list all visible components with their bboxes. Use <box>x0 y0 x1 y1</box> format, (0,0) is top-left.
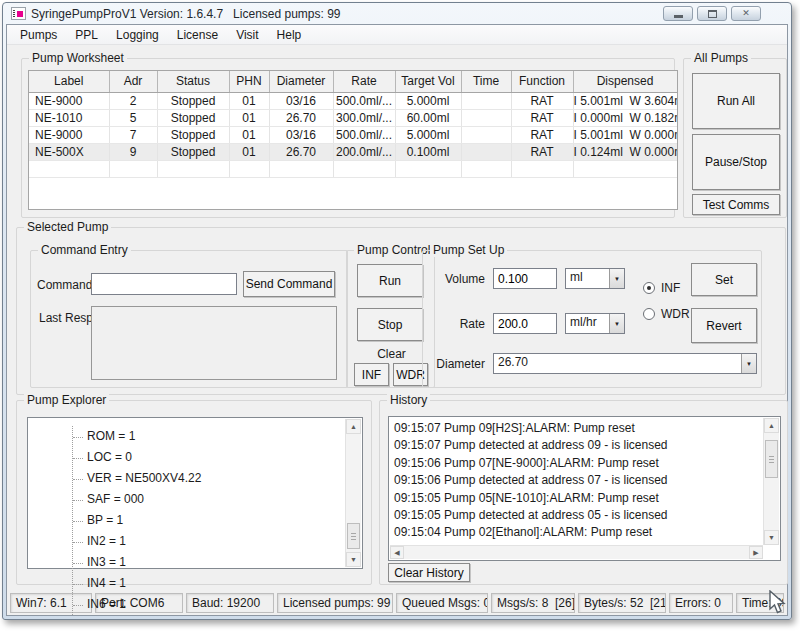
run-all-button[interactable]: Run All <box>692 73 780 129</box>
menu-item[interactable]: License <box>168 26 227 44</box>
scroll-down-icon[interactable]: ▼ <box>764 530 779 545</box>
send-command-button[interactable]: Send Command <box>243 271 335 297</box>
cell-rate: 500.0ml/... <box>333 92 395 109</box>
pause-stop-button[interactable]: Pause/Stop <box>692 134 780 190</box>
pump-explorer-label: Pump Explorer <box>24 393 109 407</box>
title-bar: SyringePumpProV1 Version: 1.6.4.7 Licens… <box>6 3 788 24</box>
table-row[interactable]: NE-500X 9 Stopped 01 26.70 200.0ml/... 0… <box>29 143 677 160</box>
scroll-right-icon[interactable]: ▶ <box>749 546 763 559</box>
tree-item[interactable]: IN6 = 1 <box>73 594 201 615</box>
column-header[interactable]: Rate <box>333 71 395 92</box>
inf-radio-label: INF <box>661 281 680 295</box>
pump-explorer-tree: ROM = 1LOC = 0VER = NE500XV4.22SAF = 000… <box>27 417 363 569</box>
menu-item[interactable]: Logging <box>107 26 168 44</box>
table-row[interactable]: NE-1010 5 Stopped 01 26.70 300.0ml/... 6… <box>29 109 677 126</box>
rate-input[interactable] <box>493 313 557 334</box>
dropdown-arrow-icon: ▼ <box>741 354 756 373</box>
cell-function: RAT <box>511 92 573 109</box>
column-header[interactable]: PHN <box>229 71 269 92</box>
menu-item[interactable]: Pumps <box>11 26 66 44</box>
dropdown-arrow-icon: ▼ <box>609 269 624 288</box>
volume-unit-select[interactable]: ml ▼ <box>565 268 625 289</box>
window-frame: PumpsPPLLoggingLicenseVisitHelp Pump Wor… <box>6 24 788 616</box>
rate-unit-select[interactable]: ml/hr ▼ <box>565 313 625 334</box>
volume-input[interactable] <box>493 268 557 289</box>
clear-inf-button[interactable]: INF <box>354 363 389 386</box>
column-header[interactable]: Status <box>157 71 229 92</box>
test-comms-button[interactable]: Test Comms <box>692 194 780 215</box>
cell-diameter: 26.70 <box>269 109 333 126</box>
column-header[interactable]: Time <box>461 71 511 92</box>
menu-bar: PumpsPPLLoggingLicenseVisitHelp <box>7 25 787 45</box>
tree-item[interactable]: LOC = 0 <box>73 447 201 468</box>
tree-item[interactable]: ROM = 1 <box>73 426 201 447</box>
pump-worksheet-label: Pump Worksheet <box>29 51 127 65</box>
scroll-left-icon[interactable]: ◀ <box>390 546 404 559</box>
run-button[interactable]: Run <box>357 264 423 297</box>
inf-radio[interactable]: INF <box>643 281 680 295</box>
stop-button[interactable]: Stop <box>357 308 423 341</box>
scroll-up-icon[interactable]: ▲ <box>764 418 779 433</box>
column-header[interactable]: Label <box>29 71 109 92</box>
status-panel: Licensed pumps: 99 <box>277 593 393 613</box>
history-entry: 09:15:06 Pump 07[NE-9000]:ALARM: Pump re… <box>394 455 758 472</box>
window-title: SyringePumpProV1 Version: 1.6.4.7 Licens… <box>31 7 341 21</box>
history-hscrollbar[interactable]: ◀ ▶ <box>390 545 763 559</box>
cell-diameter: 26.70 <box>269 143 333 160</box>
wdr-radio-label: WDR <box>661 307 690 321</box>
scrollbar-thumb[interactable] <box>765 440 778 478</box>
column-header[interactable]: Diameter <box>269 71 333 92</box>
rate-label: Rate <box>423 317 485 331</box>
tree-item[interactable]: IN4 = 1 <box>73 573 201 594</box>
table-row[interactable]: NE-9000 2 Stopped 01 03/16 500.0ml/... 5… <box>29 92 677 109</box>
table-row[interactable]: NE-9000 7 Stopped 01 03/16 500.0ml/... 5… <box>29 126 677 143</box>
mouse-cursor <box>768 590 787 617</box>
status-panel: Bytes/s: 52 [213] <box>578 593 666 613</box>
diameter-select[interactable]: 26.70 ▼ <box>493 353 757 374</box>
revert-button[interactable]: Revert <box>691 308 757 343</box>
history-entry: 09:15:07 Pump 09[H2S]:ALARM: Pump reset <box>394 420 758 437</box>
wdr-radio[interactable]: WDR <box>643 307 690 321</box>
cell-function: RAT <box>511 143 573 160</box>
menu-item[interactable]: PPL <box>66 26 107 44</box>
column-header[interactable]: Dispensed <box>573 71 677 92</box>
close-button[interactable]: ✕ <box>731 6 761 21</box>
scroll-up-icon[interactable]: ▲ <box>346 419 361 434</box>
command-input[interactable] <box>91 273 237 295</box>
app-window: SyringePumpProV1 Version: 1.6.4.7 Licens… <box>2 2 792 620</box>
column-header[interactable]: Target Vol <box>395 71 461 92</box>
command-label: Command <box>37 278 92 292</box>
tree-item[interactable]: VER = NE500XV4.22 <box>73 468 201 489</box>
cell-dispensed: I 5.001ml W 0.000ml <box>573 126 677 143</box>
scrollbar-thumb[interactable] <box>347 523 360 549</box>
command-entry-group: Command Entry Command Send Command Last … <box>30 250 348 388</box>
tree-item[interactable]: IN3 = 1 <box>73 552 201 573</box>
tree-item[interactable]: SAF = 000 <box>73 489 201 510</box>
history-vscrollbar[interactable]: ▲ ▼ <box>763 418 779 545</box>
column-header[interactable]: Function <box>511 71 573 92</box>
pump-worksheet-group: Pump Worksheet LabelAdrStatusPHNDiameter… <box>21 58 675 218</box>
rate-unit-value: ml/hr <box>566 314 609 333</box>
cell-target-vol: 5.000ml <box>395 126 461 143</box>
column-header[interactable]: Adr <box>109 71 157 92</box>
minimize-button[interactable] <box>663 6 693 21</box>
wdr-radio-icon <box>643 308 655 320</box>
clear-history-button[interactable]: Clear History <box>388 563 470 582</box>
history-entry: 09:15:06 Pump detected at address 07 - i… <box>394 472 758 489</box>
menu-item[interactable]: Visit <box>227 26 267 44</box>
cell-adr: 9 <box>109 143 157 160</box>
tree-item[interactable]: BP = 1 <box>73 510 201 531</box>
cell-function: RAT <box>511 109 573 126</box>
table-empty-row <box>29 160 677 177</box>
tree-scrollbar[interactable]: ▲ ▼ <box>345 419 361 567</box>
cell-phn: 01 <box>229 126 269 143</box>
tree-item[interactable]: IN2 = 1 <box>73 531 201 552</box>
scroll-down-icon[interactable]: ▼ <box>346 552 361 567</box>
set-button[interactable]: Set <box>691 263 757 296</box>
menu-item[interactable]: Help <box>268 26 311 44</box>
last-response-label: Last Response <box>39 311 87 326</box>
cell-dispensed: I 0.000ml W 0.182ml <box>573 109 677 126</box>
app-icon[interactable] <box>11 7 26 20</box>
maximize-button[interactable] <box>697 6 727 21</box>
minimize-icon <box>674 15 683 18</box>
